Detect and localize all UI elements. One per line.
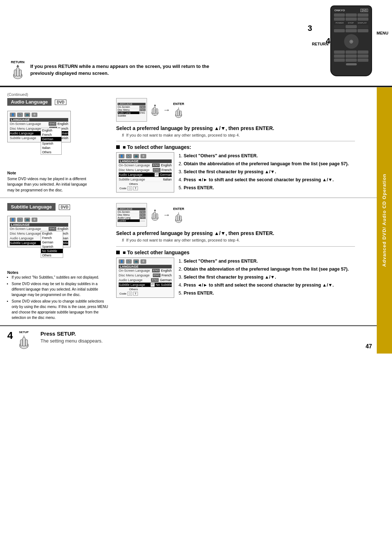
screen-icon-audio: 🔊 (17, 113, 23, 117)
svg-rect-9 (156, 109, 158, 114)
svg-rect-2 (14, 70, 16, 76)
subtitle-fi-text: fi If you do not want to make any other … (122, 238, 355, 243)
rc-label: DISPLAY (358, 22, 367, 24)
hand-icon-arrows (150, 104, 160, 116)
subtitle-screen-1: 👤 🔊 📺 ⚙ LANGUAGE On-Screen Language ENGE… (7, 216, 71, 247)
audio-steps-list: Select "Others" and press ENTER. Obtain … (178, 152, 349, 194)
sub-flow-screen-mini: LANGUAGE On-ScreenENG Disc MenuENG Audio… (116, 203, 147, 227)
sub-s2-onscreen: On-Screen Language ENGEnglish (119, 268, 172, 273)
sub-lang-item: Others (41, 253, 63, 258)
audio-select-instruction: Select a preferred language by pressing … (116, 125, 355, 138)
subtitle-language-section: Subtitle Language DVD 👤 🔊 📺 ⚙ LANGUAGE (0, 198, 377, 325)
step4-description: The setting menu disappears. (41, 338, 103, 344)
audio-dvd-badge: DVD (55, 100, 66, 105)
sub-enter-label: ENTER (173, 207, 184, 211)
hand-icon-return (11, 64, 24, 79)
return-small-label: RETURN (11, 60, 25, 64)
rc-btn (334, 25, 345, 28)
flow-arrow: → (163, 106, 170, 114)
svg-rect-16 (180, 111, 181, 116)
s2-discmenu: Disc Menu Language ENGFrench (119, 168, 172, 173)
top-section: ONKYO DVD POWER STOP DISPLAY (0, 0, 392, 87)
svg-rect-21 (156, 214, 158, 219)
dvd-badge-remote: DVD (360, 9, 368, 12)
screen-icon-person: 👤 (10, 113, 16, 117)
screen-row-onscreen: On-Screen Language ENGEnglish (10, 122, 68, 126)
subtitle-steps-list: Select "Others" and press ENTER. Obtain … (178, 258, 349, 299)
return-label: RETURN (312, 42, 328, 46)
step4-press-setup: Press SETUP. (41, 331, 103, 337)
sub-hand-icon-arrows (150, 209, 160, 221)
subtitle-notes-title: Notes (7, 270, 109, 275)
lang-list-item-selected: German (41, 137, 61, 141)
sub-step-5: Press ENTER. (184, 289, 349, 297)
lang-list-item: English (41, 128, 61, 133)
audio-language-right: LANGUAGE On-ScreenENG Disc MenuENG Audio… (109, 98, 355, 194)
screen-icon-2: 👤 (119, 154, 124, 158)
step4-content: 4 SETUP Press SETUP. The setting menu di… (7, 331, 103, 349)
subtitle-notes-box: Notes If you select "No Subtitles," subt… (7, 270, 109, 320)
rc-btn (334, 58, 345, 62)
s2-code: Code □ T (119, 186, 172, 191)
s2-others: Others (119, 182, 172, 186)
audio-step-1: Select "Others" and press ENTER. (184, 152, 349, 159)
square-bullet (116, 145, 120, 149)
sub-s2-icon-d: ⚙ (140, 259, 146, 264)
screen-icon-2b: 🔊 (126, 154, 132, 158)
lang-list-item: Italian (41, 146, 61, 150)
audio-language-title: Audio Language (7, 98, 52, 106)
enter-label: ENTER (173, 102, 184, 106)
audio-language-left: Audio Language DVD 👤 🔊 📺 ⚙ LANGUAGE (7, 98, 109, 194)
hand-press-arrows (150, 104, 160, 116)
s2-subtitle: Subtitle Language Italian (119, 177, 172, 182)
audio-screen-1: 👤 🔊 📺 ⚙ LANGUAGE On-Screen Language ENGE… (7, 111, 71, 142)
audio-step-5: Press ENTER. (184, 184, 349, 191)
subtitle-dvd-badge: DVD (59, 204, 70, 210)
note-title: Note (7, 170, 91, 176)
audio-screen-2: 👤 🔊 📺 ⚙ LANGUAGE On-Screen Language ENGE… (116, 152, 174, 193)
sub-screen-icon-a: 👤 (10, 218, 16, 222)
hand-icon-enter (173, 106, 184, 118)
content-wrapper: (Continued) Audio Language DVD 👤 🔊 📺 (0, 87, 377, 353)
return-instruction: If you press RETURN while a menu appears… (30, 63, 223, 77)
svg-rect-32 (25, 340, 28, 346)
audio-select-header: Select a preferred language by pressing … (116, 125, 355, 131)
lang-list-item: French (41, 133, 61, 137)
screen-icon-2d: ⚙ (140, 154, 146, 158)
svg-rect-31 (20, 340, 23, 346)
rc-label-row: POWER STOP DISPLAY (333, 21, 369, 24)
rc-btn (346, 54, 356, 58)
screen-icon-display: 📺 (24, 113, 30, 117)
rc-btn (346, 58, 356, 62)
svg-marker-23 (154, 209, 156, 211)
sub-lang-item: German (41, 240, 63, 244)
step4-setup-icon-area: SETUP (17, 331, 30, 349)
audio-fi-text: fi If you do not want to make any other … (122, 133, 355, 138)
rc-btn (358, 17, 368, 21)
rc-btn (358, 50, 368, 54)
s2-onscreen: On-Screen Language ENGEnglish (119, 163, 172, 168)
sub-s2-others: Others (119, 287, 172, 291)
svg-rect-26 (176, 216, 177, 221)
rc-btn (346, 50, 356, 54)
screen-icon-operation: ⚙ (32, 113, 37, 117)
svg-marker-11 (154, 104, 156, 106)
sub-hand-icon-enter (173, 211, 184, 223)
rc-btn (358, 25, 368, 28)
sub-s2-label: LANGUAGE (119, 265, 172, 268)
remote-control: ONKYO DVD POWER STOP DISPLAY (330, 5, 372, 76)
svg-rect-1 (16, 68, 19, 76)
rc-label: POWER (336, 22, 344, 24)
flow-screen-mini: LANGUAGE On-ScreenENG Disc MenuENG Audio… (116, 98, 147, 122)
subtitle-screen-1-area: 👤 🔊 📺 ⚙ LANGUAGE On-Screen Language ENGE… (7, 216, 109, 247)
svg-rect-3 (19, 70, 21, 76)
sub-lang-item: Spanish (41, 244, 63, 249)
menu-label: MENU (377, 31, 388, 35)
audio-step-2: Obtain the abbreviation of the preferred… (184, 160, 349, 167)
sub-s2-icon-c: 📺 (133, 259, 139, 264)
page-number: 47 (366, 343, 372, 350)
subtitle-note-3: Some DVD videos allow you to change subt… (12, 299, 109, 320)
audio-language-section: Audio Language DVD 👤 🔊 📺 ⚙ LANGUAGE (0, 87, 377, 198)
sub-lang-item-selected: No Subtitle (41, 249, 63, 253)
rc-btn (334, 17, 345, 21)
